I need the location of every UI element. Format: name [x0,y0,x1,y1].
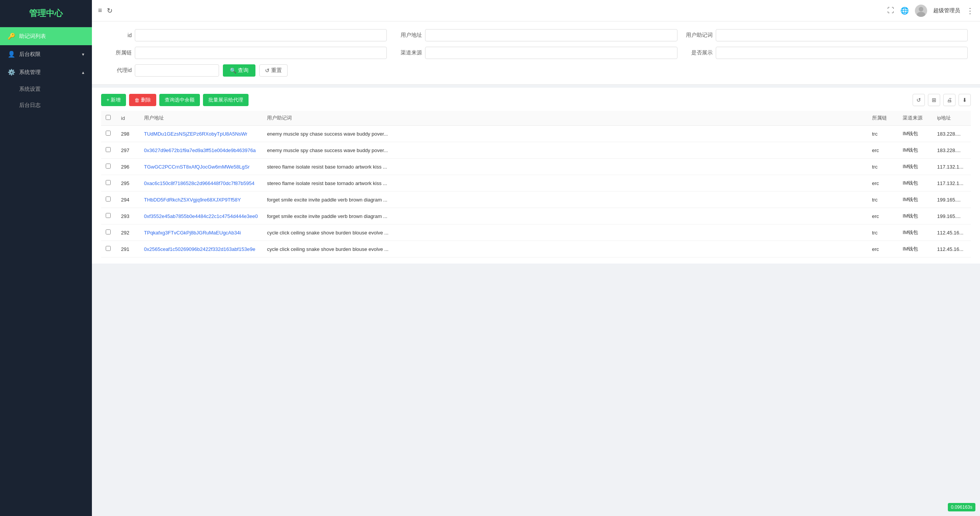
row-checkbox-cell[interactable] [101,224,116,241]
username-label: 超级管理员 [933,7,960,14]
row-checkbox[interactable] [106,246,111,251]
row-ip-cell: 117.132.1... [933,175,971,192]
toolbar-right-icons: ↺ ⊞ 🖨 ⬇ [913,94,971,106]
sidebar: 管理中心 🔑 助记词列表 👤 后台权限 ▾ ⚙️ 系统管理 ▴ 系统设置 后台日… [0,0,92,516]
delete-button[interactable]: 🗑 删除 [129,94,156,106]
row-ip-cell: 183.228.... [933,126,971,142]
filter-label-id: id [104,32,132,38]
row-checkbox-cell[interactable] [101,192,116,208]
row-id-cell: 293 [116,208,139,224]
col-header-id: id [116,111,139,126]
sidebar-item-label: 系统管理 [19,69,41,76]
sidebar-item-backend-log[interactable]: 后台日志 [0,97,92,113]
row-checkbox[interactable] [106,164,111,169]
row-addr-cell[interactable]: 0xf3552e45ab7855b0e4484c22c1c4754d444e3e… [139,208,262,224]
key-icon: 🔑 [8,33,15,40]
sidebar-logo: 管理中心 [0,0,92,27]
filter-label-show: 是否展示 [685,49,713,56]
user-icon: 👤 [8,51,15,58]
col-header-memo: 用户助记词 [262,111,867,126]
sidebar-sub-label: 系统设置 [19,86,41,92]
table-body: 298 TUdMDu1GEzsNSjZEPz6RXobyTpU8A5NsWr e… [101,126,971,257]
row-memo-cell: forget smile excite invite paddle verb b… [262,192,867,208]
row-id-cell: 296 [116,159,139,175]
more-icon[interactable]: ⋮ [966,6,974,15]
filter-input-addr[interactable] [425,29,677,41]
row-channel-cell: IM钱包 [898,126,933,142]
query-button[interactable]: 🔍 查询 [223,64,255,77]
sidebar-item-backend-auth[interactable]: 👤 后台权限 ▾ [0,45,92,63]
batch-show-button[interactable]: 批量展示给代理 [203,94,249,106]
row-channel-cell: IM钱包 [898,192,933,208]
filter-input-channel[interactable] [425,47,677,59]
collapse-icon[interactable]: ≡ [98,7,102,15]
row-checkbox[interactable] [106,147,111,152]
filter-input-id[interactable] [135,29,387,41]
gear-icon: ⚙️ [8,69,15,76]
row-memo-cell: enemy muscle spy chase success wave budd… [262,126,867,142]
select-all-checkbox[interactable] [106,115,111,120]
row-checkbox[interactable] [106,229,111,234]
row-checkbox[interactable] [106,180,111,185]
table-toolbar: + 新增 🗑 删除 查询选中余额 批量展示给代理 ↺ ⊞ 🖨 ⬇ [101,94,971,106]
filter-input-agent[interactable] [135,64,219,77]
table-row: 291 0x2565ceaf1c50269096b2422f332d163abf… [101,241,971,257]
table-row: 293 0xf3552e45ab7855b0e4484c22c1c4754d44… [101,208,971,224]
row-id-cell: 298 [116,126,139,142]
row-id-cell: 292 [116,224,139,241]
refresh-table-button[interactable]: ↺ [913,94,925,106]
filter-input-chain[interactable] [135,47,387,59]
row-addr-cell[interactable]: THbDD5FdRkchZ5XVgjq9re68XJXP9Tf58Y [139,192,262,208]
filter-input-show[interactable] [716,47,968,59]
col-header-channel: 渠道来源 [898,111,933,126]
table-header-row: id 用户地址 用户助记词 所属链 渠道来源 [101,111,971,126]
row-checkbox-cell[interactable] [101,159,116,175]
sidebar-item-system-mgmt[interactable]: ⚙️ 系统管理 ▴ [0,63,92,81]
row-addr-cell[interactable]: TPqkafxg3FTvCGkPj8bJGRuMaEUgcAb34i [139,224,262,241]
row-addr-cell[interactable]: 0x2565ceaf1c50269096b2422f332d163abf153e… [139,241,262,257]
row-checkbox-cell[interactable] [101,142,116,159]
table-section: + 新增 🗑 删除 查询选中余额 批量展示给代理 ↺ ⊞ 🖨 ⬇ [92,88,980,264]
reset-icon: ↺ [265,67,270,74]
reset-button[interactable]: ↺ 重置 [259,64,288,77]
filter-row-show: 是否展示 [685,47,968,59]
row-memo-cell: stereo flame isolate resist base tornado… [262,159,867,175]
row-checkbox-cell[interactable] [101,175,116,192]
row-checkbox[interactable] [106,131,111,136]
row-chain-cell: erc [867,241,898,257]
row-addr-cell[interactable]: TGwGC2PCCrnST8xAfQJocGw6mMWe58LgSr [139,159,262,175]
row-addr-cell[interactable]: TUdMDu1GEzsNSjZEPz6RXobyTpU8A5NsWr [139,126,262,142]
grid-view-button[interactable]: ⊞ [928,94,940,106]
row-checkbox-cell[interactable] [101,241,116,257]
row-channel-cell: IM钱包 [898,159,933,175]
chevron-up-icon: ▴ [82,70,84,75]
row-id-cell: 295 [116,175,139,192]
search-icon: 🔍 [230,67,236,74]
query-selected-button[interactable]: 查询选中余额 [159,94,200,106]
row-chain-cell: trc [867,224,898,241]
row-addr-cell[interactable]: 0x3627d9e672b1f9a7ed9a3ff51e004de9b46397… [139,142,262,159]
col-header-chain: 所属链 [867,111,898,126]
row-checkbox-cell[interactable] [101,208,116,224]
table-row: 292 TPqkafxg3FTvCGkPj8bJGRuMaEUgcAb34i c… [101,224,971,241]
filter-input-memo[interactable] [716,29,968,41]
print-button[interactable]: 🖨 [943,94,955,106]
row-addr-cell[interactable]: 0xac6c150c8f7186528c2d966448f70dc7f87b59… [139,175,262,192]
row-memo-cell: forget smile excite invite paddle verb b… [262,208,867,224]
globe-icon[interactable]: 🌐 [900,7,909,15]
fullscreen-icon[interactable]: ⛶ [887,7,894,15]
sidebar-item-mnemonic-list[interactable]: 🔑 助记词列表 [0,27,92,45]
row-channel-cell: IM钱包 [898,142,933,159]
export-button[interactable]: ⬇ [959,94,971,106]
row-checkbox[interactable] [106,213,111,218]
delete-icon: 🗑 [134,97,139,103]
row-checkbox[interactable] [106,197,111,201]
row-id-cell: 291 [116,241,139,257]
sidebar-item-system-settings[interactable]: 系统设置 [0,81,92,97]
add-button[interactable]: + 新增 [101,94,126,106]
table-row: 298 TUdMDu1GEzsNSjZEPz6RXobyTpU8A5NsWr e… [101,126,971,142]
row-memo-cell: cycle click ceiling snake shove burden b… [262,224,867,241]
row-checkbox-cell[interactable] [101,126,116,142]
refresh-icon[interactable]: ↻ [107,7,113,15]
filter-label-agent: 代理id [104,67,132,74]
